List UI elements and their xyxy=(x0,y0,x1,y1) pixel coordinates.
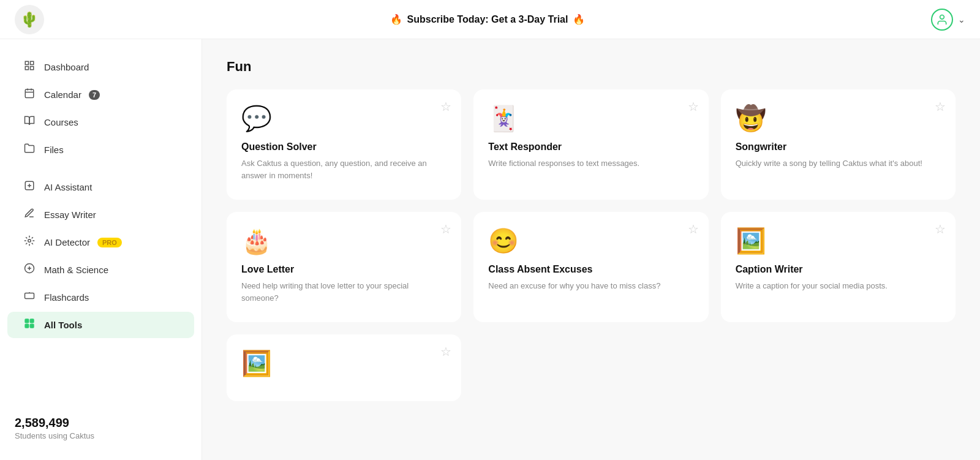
pro-badge: PRO xyxy=(97,238,122,247)
card-title-question-solver: Question Solver xyxy=(241,141,447,153)
section-title: Fun xyxy=(227,59,956,75)
sidebar-item-flashcards[interactable]: Flashcards xyxy=(7,284,194,311)
fire-left-icon: 🔥 xyxy=(390,13,402,25)
card-caption-writer[interactable]: ☆ 🖼️ Caption Writer Write a caption for … xyxy=(721,212,956,322)
svg-point-10 xyxy=(28,239,31,243)
star-icon-love-letter[interactable]: ☆ xyxy=(440,222,451,236)
star-icon-class-absent[interactable]: ☆ xyxy=(688,222,699,236)
sidebar-label-files: Files xyxy=(44,145,64,155)
ai-detector-icon xyxy=(22,235,37,249)
main-layout: Dashboard Calendar 7 Courses Files xyxy=(0,39,980,460)
card-class-absent[interactable]: ☆ 😊 Class Absent Excuses Need an excuse … xyxy=(473,212,708,322)
class-absent-icon: 😊 xyxy=(488,227,693,255)
svg-rect-3 xyxy=(31,67,34,70)
card-desc-caption-writer: Write a caption for your social media po… xyxy=(736,280,941,292)
caption-writer-icon: 🖼️ xyxy=(736,227,941,255)
calendar-badge: 7 xyxy=(89,90,100,100)
sidebar-item-ai-assistant[interactable]: AI Assistant xyxy=(7,174,194,200)
svg-rect-13 xyxy=(25,319,28,322)
sidebar-label-essay-writer: Essay Writer xyxy=(44,209,96,220)
card-desc-text-responder: Write fictional responses to text messag… xyxy=(488,157,693,170)
sidebar-item-ai-detector[interactable]: AI Detector PRO xyxy=(7,229,194,255)
svg-rect-12 xyxy=(25,293,34,299)
sidebar-label-all-tools: All Tools xyxy=(44,320,82,330)
dashboard-icon xyxy=(22,60,37,74)
card-love-letter[interactable]: ☆ 🎂 Love Letter Need help writing that l… xyxy=(227,212,461,322)
fire-right-icon: 🔥 xyxy=(573,13,585,25)
all-tools-icon xyxy=(22,318,37,332)
sidebar-stats: 2,589,499 Students using Caktus xyxy=(0,401,202,445)
svg-rect-5 xyxy=(25,89,34,98)
sidebar-label-calendar: Calendar xyxy=(44,89,81,100)
ai-assistant-icon xyxy=(22,180,37,194)
card-songwriter[interactable]: ☆ 🤠 Songwriter Quickly write a song by t… xyxy=(721,89,956,200)
sidebar-label-courses: Courses xyxy=(44,117,78,127)
stats-label: Students using Caktus xyxy=(15,431,187,440)
svg-rect-1 xyxy=(25,61,28,64)
love-letter-icon: 🎂 xyxy=(241,227,447,255)
card-desc-class-absent: Need an excuse for why you have to miss … xyxy=(488,280,693,292)
svg-rect-2 xyxy=(31,61,34,64)
card-title-songwriter: Songwriter xyxy=(736,141,941,153)
calendar-icon xyxy=(22,88,37,102)
cards-grid: ☆ 💬 Question Solver Ask Caktus a questio… xyxy=(227,89,956,401)
svg-rect-4 xyxy=(25,67,28,70)
promo-banner[interactable]: 🔥 Subscribe Today: Get a 3-Day Trial 🔥 xyxy=(390,13,586,25)
flashcards-icon xyxy=(22,290,37,304)
sidebar-item-files[interactable]: Files xyxy=(7,137,194,163)
svg-point-0 xyxy=(940,15,944,19)
sidebar-item-math-science[interactable]: Math & Science xyxy=(7,257,194,283)
star-icon-songwriter[interactable]: ☆ xyxy=(935,99,946,114)
star-icon-caption-writer[interactable]: ☆ xyxy=(935,222,946,236)
sidebar-label-dashboard: Dashboard xyxy=(44,62,89,72)
card-extra[interactable]: ☆ 🖼️ xyxy=(227,334,461,401)
main-content: Fun ☆ 💬 Question Solver Ask Caktus a que… xyxy=(202,39,980,460)
topbar-right: ⌄ xyxy=(931,9,965,31)
card-desc-songwriter: Quickly write a song by telling Caktus w… xyxy=(736,157,941,170)
card-desc-love-letter: Need help writing that love letter to yo… xyxy=(241,280,447,304)
user-avatar[interactable] xyxy=(931,9,953,31)
card-question-solver[interactable]: ☆ 💬 Question Solver Ask Caktus a questio… xyxy=(227,89,461,200)
sidebar-item-courses[interactable]: Courses xyxy=(7,109,194,135)
topbar: 🌵 🔥 Subscribe Today: Get a 3-Day Trial 🔥… xyxy=(0,0,980,39)
sidebar-item-all-tools[interactable]: All Tools xyxy=(7,312,194,338)
math-science-icon xyxy=(22,263,37,277)
card-text-responder[interactable]: ☆ 🃏 Text Responder Write fictional respo… xyxy=(473,89,708,200)
card-title-love-letter: Love Letter xyxy=(241,264,447,275)
card-title-text-responder: Text Responder xyxy=(488,141,693,153)
card-desc-question-solver: Ask Caktus a question, any question, and… xyxy=(241,157,447,181)
star-icon-question-solver[interactable]: ☆ xyxy=(440,99,451,114)
stats-number: 2,589,499 xyxy=(15,416,187,430)
card-title-caption-writer: Caption Writer xyxy=(736,264,941,275)
sidebar-label-ai-assistant: AI Assistant xyxy=(44,182,92,192)
sidebar-item-dashboard[interactable]: Dashboard xyxy=(7,54,194,80)
sidebar-label-flashcards: Flashcards xyxy=(44,292,89,303)
svg-rect-16 xyxy=(31,325,34,328)
sidebar-label-ai-detector: AI Detector xyxy=(44,237,90,247)
extra-card-icon: 🖼️ xyxy=(241,349,447,378)
courses-icon xyxy=(22,115,37,129)
sidebar-item-essay-writer[interactable]: Essay Writer xyxy=(7,202,194,228)
files-icon xyxy=(22,143,37,157)
sidebar: Dashboard Calendar 7 Courses Files xyxy=(0,39,202,460)
question-solver-icon: 💬 xyxy=(241,104,447,133)
svg-rect-15 xyxy=(25,325,28,328)
songwriter-icon: 🤠 xyxy=(736,104,941,133)
text-responder-icon: 🃏 xyxy=(488,104,693,133)
logo[interactable]: 🌵 xyxy=(15,5,44,34)
chevron-down-icon[interactable]: ⌄ xyxy=(958,15,965,25)
promo-text: Subscribe Today: Get a 3-Day Trial xyxy=(407,14,568,25)
logo-emoji: 🌵 xyxy=(20,11,39,28)
essay-writer-icon xyxy=(22,208,37,222)
sidebar-label-math-science: Math & Science xyxy=(44,265,108,275)
svg-rect-14 xyxy=(31,319,34,322)
sidebar-item-calendar[interactable]: Calendar 7 xyxy=(7,81,194,108)
star-icon-extra[interactable]: ☆ xyxy=(440,344,451,359)
star-icon-text-responder[interactable]: ☆ xyxy=(688,99,699,114)
card-title-class-absent: Class Absent Excuses xyxy=(488,264,693,275)
